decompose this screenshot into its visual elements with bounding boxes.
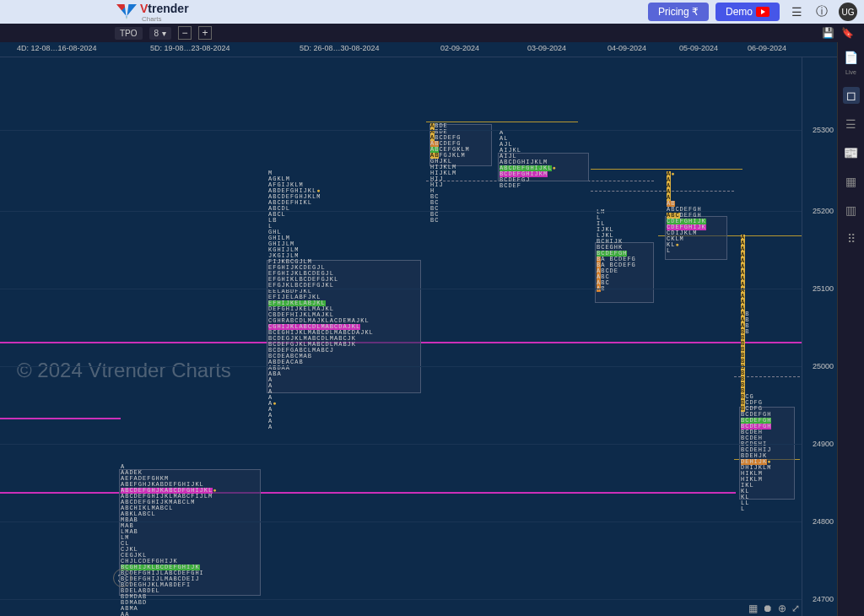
tpo-row: A <box>741 300 771 305</box>
tpo-row: A● <box>667 171 706 177</box>
watermark: © 2024 Vtrender Charts <box>17 359 231 382</box>
tpo-profile: AAADEKAEFADEFGHKMABEFGHJKABDEFGHIJKLABCD… <box>121 464 217 616</box>
price-tick: 24700 <box>813 595 834 603</box>
tpo-row: A <box>268 383 374 389</box>
list-icon[interactable]: ☰ <box>843 116 860 132</box>
chart-canvas[interactable]: 4D: 12-08…16-08-20245D: 19-08…23-08-2024… <box>0 42 837 616</box>
date-label: 06-09-2024 <box>748 44 786 52</box>
tpo-row: B <box>741 341 771 347</box>
tpo-row: HIJ <box>430 182 470 188</box>
tpo-row: A <box>500 130 557 136</box>
tpo-row: A <box>741 258 771 264</box>
dash-line <box>591 191 734 192</box>
tpo-row: A <box>741 276 771 282</box>
tpo-row: A <box>268 424 374 430</box>
tpo-row: A <box>268 395 374 401</box>
mode-dropdown[interactable]: TPO <box>115 27 143 40</box>
date-label: 4D: 12-08…16-08-2024 <box>17 44 97 52</box>
user-avatar[interactable]: UG <box>839 3 857 21</box>
tpo-row: LL <box>741 500 771 506</box>
tpo-row: A <box>741 246 771 252</box>
bars-icon[interactable]: ▥ <box>843 202 860 219</box>
right-panel: 📄 Live ◻ ☰ 📰 ▦ ▥ ⠿ <box>837 42 864 616</box>
logo-icon <box>116 4 137 19</box>
tpo-row: BCDEF <box>500 183 557 189</box>
tpo-profile: AAAAAAAAAAAAAABABABBBBBBBBBBBBBBCGBCDFGB… <box>741 235 771 512</box>
doc-icon[interactable]: 📄 <box>843 49 860 66</box>
grid4-icon[interactable]: ▦ <box>843 173 860 190</box>
price-axis: 2530025200251002500024900248002470024640… <box>802 57 837 616</box>
date-axis: 4D: 12-08…16-08-20245D: 19-08…23-08-2024… <box>0 42 837 57</box>
date-label: 03-09-2024 <box>527 44 566 52</box>
tpo-row: KL● <box>667 242 706 248</box>
apps-icon[interactable]: ⠿ <box>843 230 860 247</box>
tpo-profile: LMLILIJKLLJKLBCHIJKBCEGHKBCDEFGHBA BCDEF… <box>597 209 636 292</box>
fullscreen-icon[interactable]: ⛶ <box>113 569 132 587</box>
record-icon[interactable]: ⏺ <box>763 602 773 614</box>
tpo-row: BB <box>741 329 771 335</box>
tpo-row: LM <box>121 535 217 541</box>
tpo-row: B <box>741 359 771 365</box>
date-label: 5D: 26-08…30-08-2024 <box>300 44 380 52</box>
tpo-row: A <box>741 270 771 276</box>
price-tick: 25300 <box>813 126 834 134</box>
tpo-row: B <box>741 353 771 359</box>
poc-line <box>0 418 121 419</box>
pricing-button[interactable]: Pricing ₹ <box>648 3 709 21</box>
save-icon[interactable]: 💾 <box>822 27 834 39</box>
tpo-row: A <box>741 282 771 288</box>
tpo-row: B <box>741 335 771 341</box>
chart-toolbar: TPO 8 ▾ − + 💾 🔖 <box>0 24 864 42</box>
tpo-row: B <box>741 382 771 388</box>
date-label: 04-09-2024 <box>608 44 646 52</box>
grid-icon[interactable]: ▦ <box>748 602 758 614</box>
info-icon[interactable]: ⓘ <box>813 3 830 20</box>
brand-sub: Charts <box>142 15 189 23</box>
bookmark-icon[interactable]: 🔖 <box>841 27 854 39</box>
news-icon[interactable]: 📰 <box>843 144 860 161</box>
tpo-row: A <box>667 183 706 189</box>
tpo-row: LB <box>268 218 374 224</box>
tpo-row: B <box>741 347 771 353</box>
zoom-in-button[interactable]: + <box>198 26 212 40</box>
tpo-row: A <box>667 189 706 195</box>
zoom-out-button[interactable]: − <box>178 26 192 40</box>
tpo-row: A <box>268 419 374 424</box>
tpo-row: A <box>268 377 374 383</box>
tpo-profile: A●AAAAABABCDEFGHABCDEFGHCDEFGHIJKCDEFGHI… <box>667 171 706 254</box>
tpo-row: A <box>268 407 374 413</box>
date-label: 5D: 19-08…23-08-2024 <box>150 44 230 52</box>
tpo-row: A <box>268 389 374 395</box>
tpo-row: A <box>741 235 771 240</box>
poc-line <box>0 492 736 494</box>
tpo-row: BC <box>430 218 470 224</box>
target-icon[interactable]: ⊕ <box>778 602 786 614</box>
tpo-row: A <box>741 264 771 270</box>
price-tick: 25100 <box>813 284 834 293</box>
tpo-profile: ABDEABDEABCDEFGABCDEFGABCEFGKLMABFGJKLMG… <box>430 123 470 224</box>
tpo-row: B <box>741 376 771 382</box>
brand-logo: Vtrender Charts <box>116 2 189 23</box>
menu-icon[interactable]: ☰ <box>788 3 805 20</box>
ref-line <box>426 122 578 122</box>
window-icon[interactable]: ◻ <box>843 87 860 104</box>
tpo-row: A <box>667 177 706 183</box>
date-label: 05-09-2024 <box>679 44 718 52</box>
date-label: 02-09-2024 <box>440 44 479 52</box>
tpo-row: L <box>741 506 771 512</box>
tpo-row: ABA <box>268 371 374 377</box>
expand-icon[interactable]: ⤢ <box>791 602 800 614</box>
tpo-profile: MAGKLMAFGIJKLMABDEFGHIJKL●ABCDEFGHJKLMAB… <box>268 170 374 430</box>
tpo-profile: AALAJLAIJKLAIJL ABCDGHIJKLMABCDEFGHIJKL●… <box>500 130 557 189</box>
app-header: Vtrender Charts Pricing ₹ Demo ☰ ⓘ UG <box>0 0 864 24</box>
split-dropdown[interactable]: 8 ▾ <box>149 27 172 40</box>
demo-button[interactable]: Demo <box>716 3 780 21</box>
youtube-icon <box>756 7 770 17</box>
tpo-row: A● <box>268 401 374 407</box>
brand-name: Vtrender <box>140 2 189 15</box>
tpo-row: LMAB <box>121 529 217 535</box>
tpo-row: AA <box>121 612 217 616</box>
footer-icons: ▦ ⏺ ⊕ ⤢ <box>748 602 800 614</box>
price-tick: 24900 <box>813 440 834 448</box>
tpo-row: A <box>741 294 771 300</box>
